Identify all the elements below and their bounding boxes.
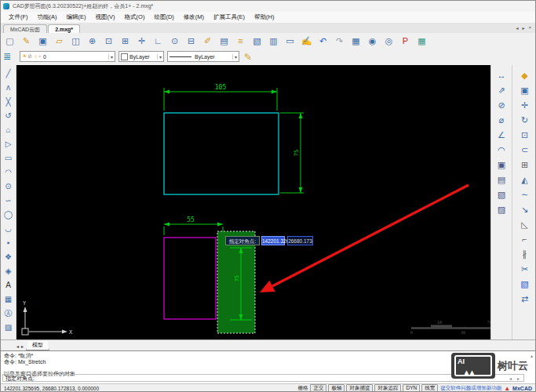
offset-icon[interactable]: ⊂: [517, 143, 533, 158]
layers-icon[interactable]: ≣: [3, 51, 11, 62]
print-icon[interactable]: ▦: [348, 34, 363, 48]
send-below-icon[interactable]: ▨: [494, 202, 509, 217]
dyn-y-input[interactable]: 26680.173: [287, 236, 313, 245]
circle-tool-icon[interactable]: ⊙: [2, 180, 16, 194]
tab-next-icon[interactable]: ▸: [522, 25, 524, 31]
tab-drawing-2mxg[interactable]: 2.mxg*: [48, 24, 80, 33]
color-palette-icon[interactable]: ▤: [217, 34, 232, 48]
text-tool-icon[interactable]: A: [2, 278, 16, 292]
polygon2-tool-icon[interactable]: ▷: [2, 137, 16, 151]
select-icon[interactable]: ▭: [283, 34, 297, 48]
tab-mxcad-cloud[interactable]: MxCAD云图: [3, 24, 47, 33]
draw-pencil-icon[interactable]: ✎: [244, 51, 252, 64]
linetype-select[interactable]: ByLayer ▾: [167, 51, 239, 62]
dimension-55[interactable]: [164, 223, 223, 236]
undo-icon[interactable]: ↶: [315, 34, 330, 48]
block-library-icon[interactable]: ▧: [250, 34, 264, 48]
save-icon[interactable]: ▣: [35, 34, 50, 48]
web-browse-icon[interactable]: ◎: [381, 34, 396, 48]
diameter-dimension-icon[interactable]: ⌀: [494, 113, 509, 128]
redo-icon[interactable]: ↷: [332, 34, 347, 48]
layer-select[interactable]: ☀⊘☼▫ 0 ▾: [20, 51, 115, 62]
arc-3point-icon[interactable]: ◠: [2, 165, 16, 180]
chevron-down-icon[interactable]: ▾: [157, 54, 162, 60]
model-next-icon[interactable]: ▸: [21, 343, 24, 349]
ucs-axis-icon[interactable]: ∟: [151, 34, 166, 48]
sketch-icon[interactable]: ✎: [19, 34, 34, 48]
menu-item[interactable]: 格式(O): [120, 13, 150, 21]
dimension-75-right[interactable]: [280, 113, 304, 193]
chevron-down-icon[interactable]: ▾: [232, 54, 237, 60]
rectangle-top[interactable]: [164, 113, 279, 194]
rectangle-tool-icon[interactable]: ▭: [2, 151, 16, 165]
menu-item[interactable]: 文件(F): [4, 13, 33, 21]
status-toggle-button[interactable]: 对象捕捉: [346, 384, 373, 392]
arc-tool-icon[interactable]: ↺: [2, 109, 16, 123]
join-icon[interactable]: ⇄: [517, 292, 533, 307]
attribute-text-icon[interactable]: Ⓐ: [2, 307, 16, 321]
mirror-icon[interactable]: ◭: [517, 172, 533, 187]
break-icon[interactable]: ∦: [517, 247, 533, 262]
new-file-icon[interactable]: ▢: [2, 34, 17, 48]
command-prompt-input[interactable]: 指定对角点:: [2, 374, 524, 382]
status-toggle-button[interactable]: 正交: [310, 384, 326, 392]
zoom-extents-icon[interactable]: ⊞: [118, 34, 133, 48]
text-style-icon[interactable]: ≡: [233, 34, 248, 48]
open-file-icon[interactable]: ▱: [52, 34, 67, 48]
tab-prev-icon[interactable]: ◂: [516, 25, 518, 31]
status-toggle-button[interactable]: DYN: [403, 384, 420, 392]
rectangle-bottom[interactable]: [164, 238, 216, 319]
bring-to-front-icon[interactable]: ▣: [494, 158, 509, 172]
copy-icon[interactable]: ▣: [517, 83, 533, 98]
linear-dimension-icon[interactable]: ↔: [494, 68, 509, 83]
line-tool-icon[interactable]: ╱: [2, 67, 16, 81]
zoom-in-icon[interactable]: ⊕: [85, 34, 100, 48]
web-publish-icon[interactable]: ◉: [365, 34, 380, 48]
menu-item[interactable]: 编辑(E): [62, 13, 91, 21]
arc-cloud-icon[interactable]: ◡: [2, 222, 16, 236]
named-view-icon[interactable]: ⊟: [184, 34, 199, 48]
arc-dimension-icon[interactable]: ◠: [494, 143, 509, 158]
bring-above-icon[interactable]: ▧: [494, 187, 509, 202]
draw-tool-icon[interactable]: ✐: [200, 34, 215, 48]
stretch-icon[interactable]: ↘: [517, 202, 533, 217]
menu-item[interactable]: 视图(V): [91, 13, 120, 21]
menu-item[interactable]: 绘图(D): [149, 13, 178, 21]
drawing-canvas[interactable]: 105 75 55: [16, 65, 490, 339]
menu-item[interactable]: 扩展工具(E): [209, 13, 250, 21]
color-select[interactable]: ByLayer ▾: [119, 51, 164, 62]
angular-dimension-icon[interactable]: ∠: [494, 128, 509, 143]
scale-icon[interactable]: ⊡: [517, 128, 533, 143]
chamfer-icon[interactable]: ◺: [517, 217, 533, 232]
ellipse-tool-icon[interactable]: ◯: [2, 208, 16, 222]
block-edit-icon[interactable]: ◈: [2, 264, 16, 278]
chevron-down-icon[interactable]: ▾: [108, 54, 113, 60]
zoom-object-icon[interactable]: ⊙: [167, 34, 182, 48]
spline-edit-icon[interactable]: ∼: [517, 187, 533, 202]
dyn-x-input[interactable]: 142201.326: [261, 236, 285, 245]
block-insert-icon[interactable]: ❖: [2, 250, 16, 264]
send-to-back-icon[interactable]: ▤: [494, 172, 509, 187]
export-pdf-icon[interactable]: P: [398, 34, 413, 48]
spline-tool-icon[interactable]: ∽: [2, 194, 16, 208]
polygon-tool-icon[interactable]: ⌂: [2, 123, 16, 137]
point-tool-icon[interactable]: ▪: [2, 236, 16, 250]
polyline-tool-icon[interactable]: ʌ: [2, 81, 16, 95]
image-tool-icon[interactable]: ▦: [2, 292, 16, 307]
construction-line-icon[interactable]: ╳: [2, 95, 16, 109]
erase-icon[interactable]: ◆: [517, 68, 533, 83]
menu-item[interactable]: 修改(M): [179, 13, 209, 21]
save-as-icon[interactable]: ◫: [68, 34, 83, 48]
hatch-tool-icon[interactable]: ▨: [2, 321, 16, 335]
feedback-link[interactable]: 提交软件问题或增加新功能: [440, 385, 501, 392]
aligned-dimension-icon[interactable]: ⇗: [494, 83, 509, 98]
grid-toggle[interactable]: 栅格: [297, 385, 308, 392]
menu-item[interactable]: 帮助(H): [250, 13, 279, 21]
solid-box-icon[interactable]: ▧: [517, 277, 533, 292]
pan-icon[interactable]: ✛: [134, 34, 149, 48]
status-toggle-button[interactable]: 线宽: [421, 384, 438, 392]
menu-item[interactable]: 功能(A): [33, 13, 62, 21]
model-tab[interactable]: 模型: [26, 341, 49, 350]
layer-manager-icon[interactable]: ▥: [266, 34, 281, 48]
modify-block-icon[interactable]: ✍: [299, 34, 314, 48]
